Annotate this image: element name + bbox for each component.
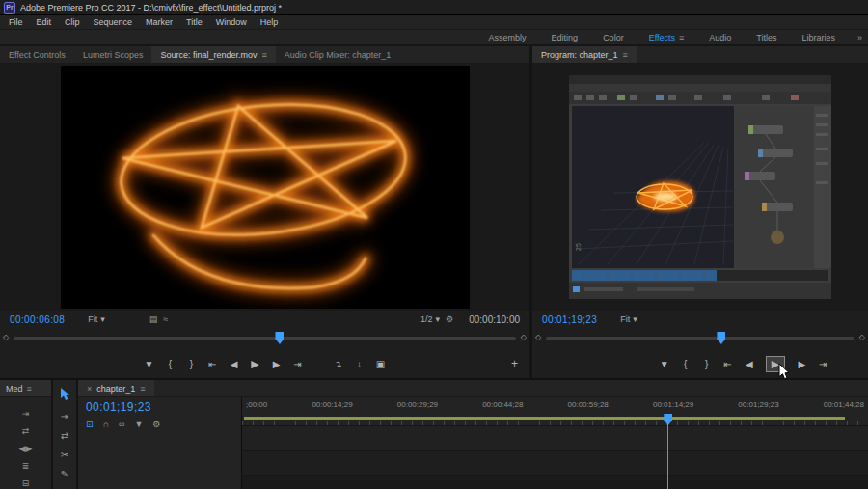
audio-track-a1[interactable] [242, 451, 868, 476]
source-zoom-dropdown[interactable]: Fit ▾ [88, 314, 105, 324]
media-browser-panel: Med ≡ ⇥ ⇄ ◀▶ ≣ ⊟ [0, 380, 53, 489]
program-timecode[interactable]: 00:01;19;23 [542, 314, 597, 325]
source-panel-menu-icon[interactable]: ≡ [261, 50, 266, 60]
overwrite-button[interactable]: ↓ [355, 359, 365, 369]
media-browser-tab[interactable]: Med ≡ [0, 380, 51, 397]
play-button[interactable]: ▶ [251, 358, 260, 370]
window-title: Adobe Premiere Pro CC 2017 - D:\cmivfx\f… [20, 3, 282, 13]
add-marker-icon[interactable]: ▼ [134, 420, 143, 429]
source-resolution-dropdown[interactable]: 1/2 ▾ [420, 314, 440, 324]
step-back-button[interactable]: ◀ [745, 359, 754, 369]
go-to-in-button[interactable]: ⇤ [723, 359, 733, 369]
snap-icon[interactable]: ∩ [103, 420, 109, 429]
mark-out-button[interactable]: } [187, 359, 197, 369]
mark-in-button[interactable]: { [166, 359, 176, 369]
linked-selection-icon[interactable]: ∞ [119, 420, 124, 429]
tab-source-monitor[interactable]: Source: final_render.mov ≡ [151, 46, 275, 63]
workspace-tab-editing[interactable]: Editing [539, 33, 591, 42]
media-nav-icon[interactable]: ⇥ [22, 409, 30, 419]
program-zoom-dropdown[interactable]: Fit ▾ [620, 314, 637, 324]
zoom-handle-right-icon[interactable]: ◇ [521, 333, 527, 341]
timeline-settings-icon[interactable]: ⚙ [152, 420, 160, 429]
menu-sequence[interactable]: Sequence [87, 17, 140, 27]
media-list-icon[interactable]: ≣ [22, 461, 30, 471]
workspace-bar: Assembly Editing Color Effects ≡ Audio T… [0, 30, 868, 46]
program-scrub-playhead[interactable] [717, 332, 725, 344]
go-to-out-button[interactable]: ⇥ [818, 359, 827, 369]
media-prevnext-icon[interactable]: ◀▶ [19, 444, 33, 453]
source-timecode[interactable]: 00:00:06:08 [10, 314, 65, 325]
source-panel: Effect Controls Lumetri Scopes Source: f… [0, 46, 532, 378]
track-select-tool[interactable]: ⇥ [61, 411, 68, 421]
button-editor-plus[interactable]: + [511, 357, 518, 370]
media-transfer-icon[interactable]: ⇄ [22, 426, 30, 436]
go-to-out-button[interactable]: ⇥ [293, 359, 303, 369]
menu-title[interactable]: Title [179, 17, 209, 27]
menu-edit[interactable]: Edit [30, 17, 59, 27]
export-frame-button[interactable]: ▣ [376, 359, 386, 369]
workspace-tab-effects-label: Effects [649, 33, 675, 42]
zoom-handle-left-icon[interactable]: ◇ [3, 333, 9, 341]
workspace-tab-titles[interactable]: Titles [744, 33, 789, 42]
workspace-tab-color[interactable]: Color [590, 33, 637, 42]
add-marker-button[interactable]: ▼ [660, 359, 669, 369]
close-icon[interactable]: × [87, 384, 92, 394]
drag-audio-icon[interactable]: ≈ [163, 314, 168, 324]
tools-panel: ⇥ ⇄ ✂ ✎ T [53, 380, 78, 489]
program-transport: ▼ { } ⇤ ◀ ▶ ▶ ⇥ [532, 349, 868, 378]
workspace-overflow-icon[interactable]: » [857, 33, 862, 42]
timeline-tab-label: chapter_1 [96, 384, 135, 394]
drag-video-icon[interactable]: ▤ [149, 314, 158, 324]
source-duration: 00:00:10:00 [469, 314, 520, 325]
source-scrubber[interactable]: ◇ ◇ [0, 328, 529, 349]
source-settings-icon[interactable]: ⚙ [446, 314, 453, 324]
menu-clip[interactable]: Clip [58, 17, 87, 27]
menu-help[interactable]: Help [254, 17, 285, 27]
viewport-frame-label: 25 [575, 243, 582, 251]
program-scrub-track[interactable] [546, 337, 854, 340]
menu-file[interactable]: File [2, 17, 30, 27]
work-area-bar[interactable] [244, 417, 845, 420]
add-marker-button[interactable]: ▼ [145, 359, 154, 369]
nest-toggle-icon[interactable]: ⊡ [86, 420, 94, 429]
workspace-tab-effects[interactable]: Effects ≡ [637, 33, 697, 42]
media-panel-menu-icon[interactable]: ≡ [27, 384, 32, 394]
step-back-button[interactable]: ◀ [230, 359, 239, 369]
tab-program-monitor[interactable]: Program: chapter_1 ≡ [532, 46, 637, 63]
timeline-tracks-area[interactable]: ;00;00 00:00:14;29 00:00:29;29 00:00:44;… [242, 397, 868, 489]
menu-marker[interactable]: Marker [139, 17, 179, 27]
chevron-down-icon: ▾ [633, 314, 637, 324]
workspace-tab-libraries[interactable]: Libraries [789, 33, 848, 42]
video-track-v1[interactable] [242, 426, 868, 451]
razor-tool[interactable]: ✂ [61, 449, 68, 460]
mark-out-button[interactable]: } [702, 359, 712, 369]
selection-tool[interactable] [60, 388, 70, 402]
zoom-handle-right-icon[interactable]: ◇ [859, 333, 865, 341]
program-scrubber[interactable]: ◇ ◇ [532, 328, 868, 349]
timeline-ruler[interactable]: ;00;00 00:00:14;29 00:00:29;29 00:00:44;… [242, 397, 868, 426]
step-forward-button[interactable]: ▶ [272, 359, 282, 369]
source-scrub-playhead[interactable] [275, 332, 284, 344]
timeline-tab[interactable]: × chapter_1 ≡ [78, 380, 154, 396]
menu-window[interactable]: Window [209, 17, 254, 27]
pen-tool[interactable]: ✎ [61, 469, 68, 479]
media-filter-icon[interactable]: ⊟ [22, 478, 30, 488]
insert-button[interactable]: ↴ [334, 359, 343, 369]
zoom-handle-left-icon[interactable]: ◇ [535, 333, 541, 341]
tab-lumetri-scopes[interactable]: Lumetri Scopes [74, 46, 152, 63]
track-area-empty[interactable] [242, 476, 868, 489]
workspace-menu-icon[interactable]: ≡ [679, 33, 684, 42]
tab-audio-clip-mixer[interactable]: Audio Clip Mixer: chapter_1 [276, 46, 400, 63]
timeline-panel-menu-icon[interactable]: ≡ [140, 384, 145, 394]
workspace-tab-audio[interactable]: Audio [696, 33, 744, 42]
play-button-hovered[interactable]: ▶ [766, 356, 785, 372]
workspace-tab-assembly[interactable]: Assembly [476, 33, 539, 42]
timeline-timecode[interactable]: 00:01;19;23 [86, 400, 233, 414]
step-forward-button[interactable]: ▶ [797, 359, 806, 369]
ripple-edit-tool[interactable]: ⇄ [61, 430, 68, 441]
go-to-in-button[interactable]: ⇤ [208, 359, 218, 369]
mark-in-button[interactable]: { [681, 359, 691, 369]
tab-effect-controls[interactable]: Effect Controls [0, 46, 74, 63]
source-scrub-track[interactable] [14, 337, 516, 340]
program-panel-menu-icon[interactable]: ≡ [623, 50, 628, 60]
